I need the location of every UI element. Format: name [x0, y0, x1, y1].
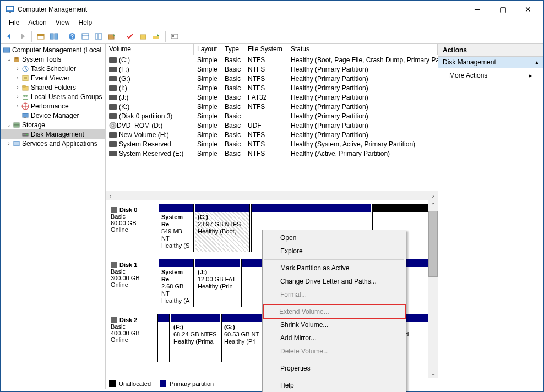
actions-more[interactable]: More Actions▸ [438, 68, 543, 83]
tree-task-scheduler[interactable]: ›Task Scheduler [1, 64, 105, 73]
disk-info[interactable]: Disk 0Basic60.00 GBOnline [108, 204, 157, 252]
partition[interactable]: (J:)12.00 GB FATHealthy (Prin [195, 259, 240, 307]
volume-row[interactable]: (J:)SimpleBasicFAT32Healthy (Primary Par… [106, 92, 438, 102]
menu-item-add-mirror[interactable]: Add Mirror... [264, 331, 405, 345]
tree-disk-management[interactable]: ›Disk Management [1, 129, 105, 139]
app-icon [6, 5, 14, 14]
menu-item-open[interactable]: Open [264, 231, 405, 244]
col-status[interactable]: Status [287, 44, 438, 55]
svg-point-38 [26, 134, 28, 135]
minimize-button[interactable]: ─ [465, 2, 490, 17]
svg-rect-34 [24, 117, 26, 118]
close-button[interactable]: ✕ [515, 2, 541, 17]
tree-system-tools[interactable]: ⌄System Tools [1, 55, 105, 64]
svg-rect-33 [23, 113, 28, 117]
menu-item-shrink-volume[interactable]: Shrink Volume... [264, 318, 405, 331]
svg-point-29 [25, 95, 28, 97]
svg-point-41 [112, 124, 114, 127]
menu-help[interactable]: Help [74, 18, 97, 29]
col-volume[interactable]: Volume [106, 44, 194, 55]
svg-rect-27 [23, 85, 25, 87]
toolbar-icon[interactable] [79, 30, 91, 42]
svg-rect-5 [50, 34, 53, 39]
menu-separator [264, 360, 404, 360]
menu-item-format: Format... [264, 288, 405, 301]
tree-services[interactable]: ›Services and Applications [1, 139, 105, 148]
menu-item-delete-volume: Delete Volume... [264, 345, 405, 358]
toolbar-icon[interactable] [124, 30, 136, 42]
tree-device-manager[interactable]: ›Device Manager [1, 111, 105, 120]
menu-action[interactable]: Action [24, 18, 51, 29]
context-menu[interactable]: OpenExploreMark Partition as ActiveChang… [262, 230, 406, 392]
forward-button[interactable] [17, 30, 29, 42]
col-type[interactable]: Type [221, 44, 244, 55]
menu-separator [264, 377, 404, 377]
svg-rect-17 [172, 35, 174, 37]
volume-row[interactable]: (C:)SimpleBasicNTFSHealthy (Boot, Page F… [106, 55, 438, 64]
menu-separator [264, 259, 404, 260]
volume-row[interactable]: (Disk 0 partition 3)SimpleBasicHealthy (… [106, 111, 438, 121]
menu-item-properties[interactable]: Properties [264, 362, 405, 375]
col-layout[interactable]: Layout [194, 44, 221, 55]
menu-item-extend-volume: Extend Volume... [263, 304, 406, 319]
window-title: Computer Management [18, 6, 465, 13]
maximize-button[interactable]: ▢ [490, 2, 515, 17]
volume-row[interactable]: New Volume (H:)SimpleBasicNTFSHealthy (P… [106, 130, 438, 139]
volume-row[interactable]: System ReservedSimpleBasicNTFSHealthy (S… [106, 139, 438, 149]
toolbar-icon[interactable] [35, 30, 47, 42]
partition[interactable] [157, 314, 170, 362]
tree-storage[interactable]: ⌄Storage [1, 120, 105, 129]
tree-event-viewer[interactable]: ›Event Viewer [1, 73, 105, 83]
legend-swatch-primary [160, 380, 166, 387]
partition[interactable]: System Re549 MB NTHealthy (S [159, 204, 194, 252]
volume-row[interactable]: (F:)SimpleBasicNTFSHealthy (Primary Part… [106, 64, 438, 74]
toolbar-icon[interactable] [93, 30, 105, 42]
partition[interactable]: (C:)23.97 GB NTFSHealthy (Boot, [195, 204, 250, 252]
toolbar-icon[interactable] [150, 30, 162, 42]
volume-list-header[interactable]: Volume Layout Type File System Status [106, 44, 438, 55]
menu-item-explore[interactable]: Explore [264, 244, 405, 258]
tree-performance[interactable]: ›Performance [1, 101, 105, 111]
svg-rect-15 [153, 36, 159, 39]
volume-list[interactable]: Volume Layout Type File System Status (C… [106, 44, 438, 158]
partition[interactable]: System Re2.68 GB NTHealthy (A [159, 259, 194, 307]
toolbar-icon[interactable] [106, 30, 118, 42]
partition[interactable]: (G:)60.53 GB NTHealthy (Pri [221, 314, 264, 362]
toolbar: ? [1, 29, 543, 44]
menu-item-change-drive-letter-and-paths[interactable]: Change Drive Letter and Paths... [264, 275, 405, 288]
volume-row[interactable]: System Reserved (E:)SimpleBasicNTFSHealt… [106, 149, 438, 158]
legend-label: Unallocated [119, 380, 151, 387]
tree-shared-folders[interactable]: ›Shared Folders [1, 83, 105, 92]
col-fs[interactable]: File System [244, 44, 287, 55]
vertical-scrollbar[interactable]: ⌃ ⌄ [428, 200, 438, 378]
svg-rect-1 [7, 7, 13, 10]
disk-info[interactable]: Disk 1Basic300.00 GBOnline [108, 259, 157, 307]
help-button[interactable]: ? [66, 30, 78, 42]
volume-row[interactable]: (I:)SimpleBasicNTFSHealthy (Primary Part… [106, 83, 438, 92]
menu-item-mark-partition-as-active[interactable]: Mark Partition as Active [264, 262, 405, 275]
toolbar-icon[interactable] [48, 30, 60, 42]
toolbar-icon[interactable] [137, 30, 149, 42]
menu-file[interactable]: File [4, 18, 24, 29]
tree-local-users[interactable]: ›Local Users and Groups [1, 92, 105, 101]
menu-item-help[interactable]: Help [264, 379, 405, 392]
actions-section[interactable]: Disk Management▴ [438, 57, 543, 68]
actions-header: Actions [438, 44, 543, 57]
toolbar-icon[interactable] [168, 30, 181, 42]
horizontal-scrollbar[interactable]: ‹› [106, 191, 438, 200]
svg-rect-14 [140, 35, 146, 39]
svg-rect-11 [95, 34, 102, 39]
tree-root[interactable]: Computer Management (Local [1, 45, 105, 55]
volume-row[interactable]: DVD_ROM (D:)SimpleBasicUDFHealthy (Prima… [106, 121, 438, 130]
partition[interactable]: (F:)68.24 GB NTFSHealthy (Prima [171, 314, 220, 362]
svg-rect-35 [14, 123, 19, 125]
menu-bar: File Action View Help [1, 18, 543, 29]
nav-tree[interactable]: Computer Management (Local ⌄System Tools… [1, 44, 106, 389]
volume-row[interactable]: (G:)SimpleBasicNTFSHealthy (Primary Part… [106, 74, 438, 83]
back-button[interactable] [3, 30, 15, 42]
disk-info[interactable]: Disk 2Basic400.00 GBOnline [108, 314, 156, 362]
menu-view[interactable]: View [51, 18, 74, 29]
volume-row[interactable]: (K:)SimpleBasicNTFSHealthy (Primary Part… [106, 102, 438, 111]
svg-rect-2 [9, 12, 11, 13]
menu-separator [264, 303, 404, 303]
